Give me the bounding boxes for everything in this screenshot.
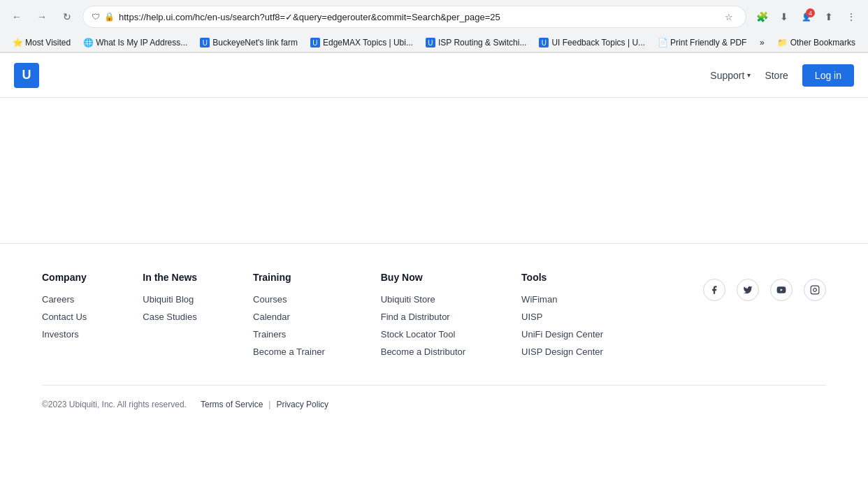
login-button[interactable]: Log in [802,64,854,87]
list-item: Courses [253,294,325,305]
site-footer: Company Careers Contact Us Investors In … [0,243,868,430]
bookmark-edgemax[interactable]: U EdgeMAX Topics | Ubi... [305,36,419,50]
footer-link-become-trainer[interactable]: Become a Trainer [253,347,325,357]
footer-link-ubiquiti-store[interactable]: Ubiquiti Store [381,294,435,305]
youtube-icon[interactable] [770,279,793,301]
footer-heading-buy: Buy Now [381,272,465,283]
privacy-link[interactable]: Privacy Policy [276,400,328,409]
profile-button[interactable]: 👤 4 [797,7,816,27]
footer-bottom: ©2023 Ubiquiti, Inc. All rights reserved… [42,385,826,409]
footer-link-unifi-design[interactable]: UniFi Design Center [521,329,603,340]
copyright-text: ©2023 Ubiquiti, Inc. All rights reserved… [42,400,187,409]
footer-link-case-studies[interactable]: Case Studies [143,312,196,322]
footer-link-find-distributor[interactable]: Find a Distributor [381,312,450,322]
footer-links-tools: WiFiman UISP UniFi Design Center UISP De… [521,294,603,357]
address-bar-icons: ☆ [721,8,737,25]
list-item: Become a Distributor [381,347,465,357]
footer-link-uisp-design[interactable]: UISP Design Center [521,347,603,357]
twitter-icon[interactable] [737,279,759,301]
bookmark-what-is-my-ip[interactable]: 🌐 What Is My IP Address... [78,36,193,50]
list-item: Trainers [253,329,325,340]
list-item: Calendar [253,312,325,322]
link-separator: | [268,400,270,409]
back-button[interactable]: ← [7,7,27,27]
browser-toolbar: ← → ↻ 🛡 🔒 https://help.ui.com/hc/en-us/s… [0,0,868,34]
browser-chrome: ← → ↻ 🛡 🔒 https://help.ui.com/hc/en-us/s… [0,0,868,53]
footer-heading-news: In the News [143,272,197,283]
bookmark-more[interactable]: » [754,36,770,50]
footer-links-company: Careers Contact Us Investors [42,294,87,340]
menu-button[interactable]: ⋮ [841,7,861,27]
site-logo[interactable]: U [14,63,39,88]
star-icon[interactable]: ☆ [721,8,737,25]
ui-favicon-2: U [310,38,320,48]
footer-links-buy: Ubiquiti Store Find a Distributor Stock … [381,294,465,357]
forward-button[interactable]: → [32,7,52,27]
list-item: Case Studies [143,312,197,322]
page: U Support ▾ Store Log in Company Careers… [0,53,868,430]
footer-link-calendar[interactable]: Calendar [253,312,290,322]
download-button[interactable]: ⬇ [774,7,794,27]
share-button[interactable]: ⬆ [819,7,839,27]
footer-link-investors[interactable]: Investors [42,329,79,340]
list-item: Investors [42,329,87,340]
footer-links-news: Ubiquiti Blog Case Studies [143,294,197,322]
footer-link-stock-locator[interactable]: Stock Locator Tool [381,329,456,340]
footer-links-training: Courses Calendar Trainers Become a Train… [253,294,325,357]
footer-link-wifiman[interactable]: WiFiman [521,294,557,305]
list-item: UISP Design Center [521,347,603,357]
footer-link-courses[interactable]: Courses [253,294,287,305]
footer-link-contact[interactable]: Contact Us [42,312,87,322]
star-bookmark-icon: ⭐ [13,38,22,48]
footer-legal-links: Terms of Service | Privacy Policy [201,400,328,409]
list-item: Stock Locator Tool [381,329,465,340]
footer-link-careers[interactable]: Careers [42,294,74,305]
lock-icon: 🔒 [104,12,115,22]
instagram-icon[interactable] [804,279,826,301]
list-item: UISP [521,312,603,322]
address-bar[interactable]: 🛡 🔒 https://help.ui.com/hc/en-us/search?… [82,6,746,28]
bookmark-ui-feedback[interactable]: U UI Feedback Topics | U... [533,36,651,50]
footer-columns: Company Careers Contact Us Investors In … [42,272,826,364]
bookmark-isp-routing[interactable]: U ISP Routing & Switchi... [420,36,533,50]
security-icon: 🛡 [92,12,100,22]
list-item: Contact Us [42,312,87,322]
footer-col-buy: Buy Now Ubiquiti Store Find a Distributo… [381,272,465,364]
list-item: Find a Distributor [381,312,465,322]
list-item: Ubiquiti Store [381,294,465,305]
facebook-icon[interactable] [703,279,725,301]
list-item: Ubiquiti Blog [143,294,197,305]
footer-link-blog[interactable]: Ubiquiti Blog [143,294,194,305]
ui-favicon-3: U [426,38,435,48]
footer-col-training: Training Courses Calendar Trainers Becom… [253,272,325,364]
footer-heading-tools: Tools [521,272,603,283]
bookmark-other[interactable]: 📁 Other Bookmarks [772,36,861,50]
extensions-button[interactable]: 🧩 [752,7,772,27]
store-link[interactable]: Store [765,70,788,81]
terms-link[interactable]: Terms of Service [201,400,263,409]
globe-icon: 🌐 [83,38,93,48]
bookmark-most-visited[interactable]: ⭐ Most Visited [7,36,76,50]
list-item: Become a Trainer [253,347,325,357]
footer-link-uisp[interactable]: UISP [521,312,542,322]
main-content [0,98,868,243]
ui-favicon-1: U [200,38,210,48]
chevron-down-icon: ▾ [747,71,751,79]
footer-col-tools: Tools WiFiman UISP UniFi Design Center U… [521,272,603,364]
print-icon: 📄 [658,38,667,48]
reload-button[interactable]: ↻ [57,7,77,27]
footer-col-news: In the News Ubiquiti Blog Case Studies [143,272,197,364]
list-item: WiFiman [521,294,603,305]
footer-link-trainers[interactable]: Trainers [253,329,286,340]
bookmark-buckeyenet[interactable]: U BuckeyeNet's link farm [194,36,303,50]
url-display[interactable]: https://help.ui.com/hc/en-us/search?utf8… [119,12,716,22]
list-item: Careers [42,294,87,305]
footer-link-become-distributor[interactable]: Become a Distributor [381,347,465,357]
folder-icon: 📁 [777,38,788,48]
footer-col-company: Company Careers Contact Us Investors [42,272,87,364]
footer-heading-training: Training [253,272,325,283]
footer-social [703,272,826,364]
browser-actions: 🧩 ⬇ 👤 4 ⬆ ⋮ [752,7,861,27]
bookmark-print-friendly[interactable]: 📄 Print Friendly & PDF [652,36,752,50]
support-menu[interactable]: Support ▾ [710,70,751,81]
